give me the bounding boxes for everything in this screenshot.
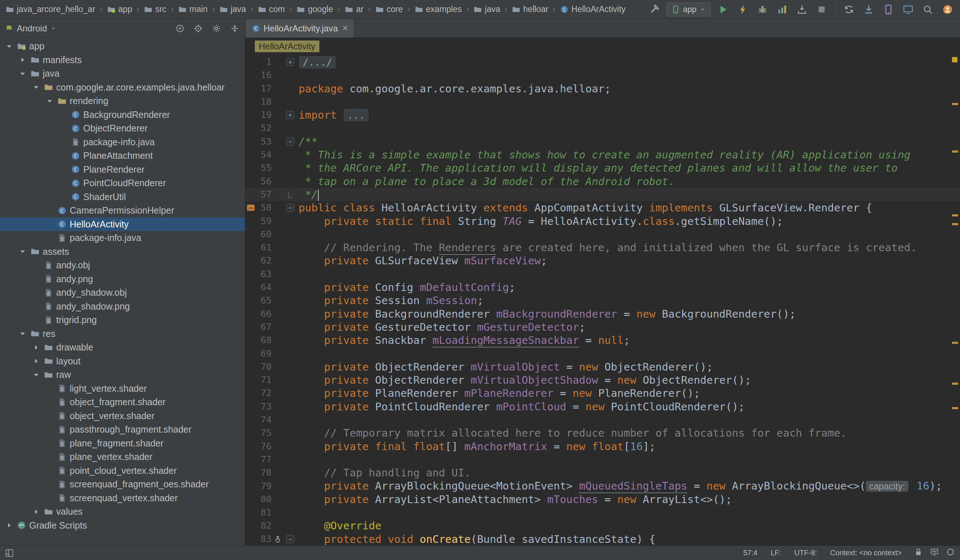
- code-line-55[interactable]: 55 * the ARCore API. The application wil…: [245, 162, 960, 174]
- code-text[interactable]: private PlaneRenderer mPlaneRenderer = n…: [296, 387, 700, 400]
- path-item-java[interactable]: java: [472, 4, 502, 15]
- path-item-com[interactable]: com: [256, 4, 286, 15]
- code-line-73[interactable]: 73 private PointCloudRenderer mPointClou…: [245, 400, 960, 413]
- attach-debugger-button[interactable]: [795, 2, 809, 17]
- tree-item-planerenderer[interactable]: CPlaneRenderer: [0, 163, 245, 177]
- gear-button[interactable]: [211, 22, 222, 34]
- path-item-core[interactable]: core: [373, 4, 405, 15]
- fold-marker-collapsed[interactable]: +: [286, 111, 294, 119]
- tree-item-gradle-scripts[interactable]: Gradle Scripts: [0, 519, 245, 533]
- device-monitor-button[interactable]: [901, 2, 915, 17]
- code-line-58[interactable]: <>58−public class HelloArActivity extend…: [245, 201, 960, 214]
- fold-marker-end[interactable]: [288, 191, 292, 198]
- tree-item-andy-png[interactable]: andy.png: [0, 272, 245, 286]
- collapse-button[interactable]: [229, 22, 240, 34]
- tree-item-rendering[interactable]: rendering: [0, 94, 245, 108]
- code-line-68[interactable]: 68 private Snackbar mLoadingMessageSnack…: [245, 334, 960, 347]
- code-text[interactable]: private BackgroundRenderer mBackgroundRe…: [296, 307, 796, 320]
- code-text[interactable]: import ...: [296, 109, 369, 122]
- code-line-61[interactable]: 61 // Rendering. The Renderers are creat…: [245, 241, 960, 254]
- tree-item-java[interactable]: java: [0, 67, 245, 81]
- tree-item-app[interactable]: app: [0, 39, 245, 53]
- tree-item-point-cloud-vertex-shader[interactable]: point_cloud_vertex.shader: [0, 464, 245, 478]
- code-line-1[interactable]: 1+/.../: [245, 56, 960, 69]
- status-context[interactable]: Context: <no context>: [830, 549, 902, 557]
- warning-stripe-mark[interactable]: [952, 342, 958, 344]
- code-text[interactable]: * the ARCore API. The application will d…: [296, 162, 898, 174]
- code-line-57[interactable]: 57 */: [245, 188, 960, 201]
- breadcrumb-class[interactable]: HelloArActivity: [255, 40, 319, 52]
- debug-button[interactable]: [755, 2, 770, 17]
- tree-item-package-info-java[interactable]: package-info.java: [0, 136, 245, 149]
- status-status-circle-button[interactable]: [946, 547, 955, 558]
- tree-item-package-info-java[interactable]: package-info.java: [0, 231, 245, 245]
- tree-item-object-vertex-shader[interactable]: object_vertex.shader: [0, 409, 245, 423]
- code-line-74[interactable]: 74: [245, 413, 960, 426]
- code-text[interactable]: private static final String TAG = HelloA…: [296, 214, 783, 228]
- code-line-19[interactable]: 19+import ...: [245, 109, 960, 122]
- code-text[interactable]: private GLSurfaceView mSurfaceView;: [296, 254, 547, 267]
- tree-item-plane-fragment-shader[interactable]: plane_fragment.shader: [0, 437, 245, 451]
- code-text[interactable]: private ArrayBlockingQueue<MotionEvent> …: [296, 479, 942, 493]
- run-button[interactable]: [716, 2, 730, 17]
- tree-item-pointcloudrenderer[interactable]: CPointCloudRenderer: [0, 176, 245, 190]
- tree-item-res[interactable]: res: [0, 327, 245, 341]
- tree-item-values[interactable]: values: [0, 505, 245, 519]
- warning-stripe-mark[interactable]: [952, 223, 958, 225]
- tree-item-andy-shadow-obj[interactable]: andy_shadow.obj: [0, 286, 245, 300]
- code-text[interactable]: // Tap handling and UI.: [296, 466, 470, 479]
- path-item-java[interactable]: java: [218, 4, 248, 15]
- apply-changes-button[interactable]: [736, 2, 750, 17]
- code-line-54[interactable]: 54 * This is a simple example that shows…: [245, 148, 960, 162]
- code-line-53[interactable]: 53−/**: [245, 135, 960, 148]
- warning-stripe-mark[interactable]: [952, 382, 958, 385]
- path-item-java_arcore_hello_ar[interactable]: java_arcore_hello_ar: [4, 4, 97, 15]
- user-avatar-button[interactable]: [940, 2, 955, 17]
- code-line-18[interactable]: 18: [245, 95, 960, 109]
- code-line-69[interactable]: 69: [245, 347, 960, 360]
- status-caret-position[interactable]: 57:4: [743, 549, 757, 557]
- warning-stripe-mark[interactable]: [952, 407, 958, 409]
- warning-stripe-mark[interactable]: [952, 150, 958, 153]
- code-line-56[interactable]: 56 * tap on a plane to place a 3d model …: [245, 175, 960, 188]
- compass-button[interactable]: [174, 22, 186, 34]
- code-line-71[interactable]: 71 private ObjectRenderer mVirtualObject…: [245, 373, 960, 387]
- code-text[interactable]: * This is a simple example that shows ho…: [296, 148, 910, 162]
- tree-item-screenquad-vertex-shader[interactable]: screenquad_vertex.shader: [0, 491, 245, 505]
- status-line-ending[interactable]: LF:: [771, 549, 781, 557]
- code-line-66[interactable]: 66 private BackgroundRenderer mBackgroun…: [245, 307, 960, 320]
- run-config-selector[interactable]: app: [667, 3, 711, 16]
- fold-marker-expanded[interactable]: −: [286, 138, 294, 146]
- code-text[interactable]: private ObjectRenderer mVirtualObjectSha…: [296, 373, 751, 387]
- tree-item-object-fragment-shader[interactable]: object_fragment.shader: [0, 395, 245, 409]
- path-item-google[interactable]: google: [294, 4, 335, 15]
- code-line-60[interactable]: 60: [245, 228, 960, 241]
- code-text[interactable]: /.../: [296, 56, 336, 69]
- warning-stripe-mark[interactable]: [952, 103, 958, 105]
- status-event-monitor-button[interactable]: [930, 547, 939, 558]
- target-button[interactable]: [192, 22, 204, 34]
- code-text[interactable]: private Session mSession;: [296, 294, 483, 307]
- tree-item-screenquad-fragment-oes-shader[interactable]: screenquad_fragment_oes.shader: [0, 477, 245, 491]
- tree-item-com-google-ar-core-examples-java-helloar[interactable]: com.google.ar.core.examples.java.helloar: [0, 81, 245, 94]
- code-line-78[interactable]: 78 // Tap handling and UI.: [245, 466, 960, 479]
- code-text[interactable]: public class HelloArActivity extends App…: [296, 201, 872, 214]
- code-line-52[interactable]: 52: [245, 122, 960, 135]
- code-line-65[interactable]: 65 private Session mSession;: [245, 294, 960, 307]
- code-text[interactable]: private final float[] mAnchorMatrix = ne…: [296, 440, 656, 453]
- profiler-button[interactable]: [775, 2, 790, 17]
- path-item-helloaractivity[interactable]: CHelloArActivity: [558, 4, 627, 15]
- path-item-helloar[interactable]: helloar: [510, 4, 550, 15]
- code-text[interactable]: private Config mDefaultConfig;: [296, 281, 515, 294]
- tree-item-assets[interactable]: assets: [0, 245, 245, 259]
- code-text[interactable]: /**: [296, 135, 318, 148]
- tree-item-plane-vertex-shader[interactable]: plane_vertex.shader: [0, 450, 245, 464]
- tab-helloaractivity-java[interactable]: C HelloArActivity.java ×: [246, 19, 354, 38]
- code-line-79[interactable]: 79 private ArrayBlockingQueue<MotionEven…: [245, 480, 960, 493]
- tree-item-camerapermissionhelper[interactable]: CCameraPermissionHelper: [0, 204, 245, 218]
- code-text[interactable]: */: [296, 188, 318, 201]
- code-line-72[interactable]: 72 private PlaneRenderer mPlaneRenderer …: [245, 387, 960, 400]
- code-text[interactable]: // Temporary matrix allocated here to re…: [296, 426, 847, 440]
- avd-manager-button[interactable]: [881, 2, 896, 17]
- code-line-62[interactable]: 62 private GLSurfaceView mSurfaceView;: [245, 254, 960, 267]
